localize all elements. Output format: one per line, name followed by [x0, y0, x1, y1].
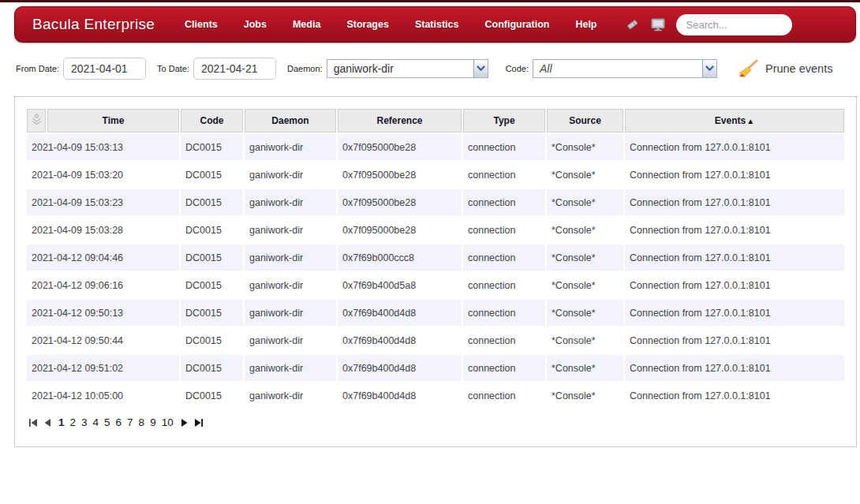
- cell-reference: 0x7f69b400d4d8: [338, 327, 462, 353]
- column-header-events[interactable]: Events▲: [625, 109, 844, 133]
- cell-type: connection: [463, 327, 545, 353]
- cell-type: connection: [463, 383, 545, 409]
- chevron-down-icon[interactable]: [473, 60, 488, 77]
- table-row[interactable]: 2021-04-12 09:50:44DC0015ganiwork-dir0x7…: [27, 327, 844, 353]
- daemon-label: Daemon:: [287, 64, 323, 73]
- cell-events: Connection from 127.0.0.1:8101: [625, 162, 844, 188]
- cell-source: *Console*: [547, 383, 623, 409]
- cell-source: *Console*: [547, 245, 623, 271]
- cell-time: 2021-04-12 09:50:13: [27, 300, 179, 326]
- cell-code: DC0015: [181, 383, 243, 409]
- nav-item-configuration[interactable]: Configuration: [484, 19, 549, 30]
- page-link[interactable]: 10: [162, 416, 174, 428]
- prune-events-button[interactable]: Prune events: [738, 58, 832, 79]
- filter-toolbar: From Date: To Date: Daemon: ganiwork-dir…: [16, 58, 860, 80]
- cell-daemon: ganiwork-dir: [245, 300, 336, 326]
- cell-events: Connection from 127.0.0.1:8101: [625, 245, 844, 271]
- cell-reference: 0x7f095000be28: [338, 217, 462, 243]
- first-page-icon[interactable]: [28, 418, 38, 427]
- column-header-daemon[interactable]: Daemon: [245, 109, 336, 133]
- column-header-type[interactable]: Type: [463, 109, 545, 133]
- table-row[interactable]: 2021-04-09 15:03:20DC0015ganiwork-dir0x7…: [27, 162, 844, 188]
- cell-code: DC0015: [181, 134, 243, 160]
- nav-item-help[interactable]: Help: [575, 19, 596, 30]
- table-row[interactable]: 2021-04-12 09:06:16DC0015ganiwork-dir0x7…: [27, 272, 844, 298]
- cell-reference: 0x7f095000be28: [338, 162, 462, 188]
- cell-time: 2021-04-12 09:51:02: [27, 355, 179, 381]
- cell-events: Connection from 127.0.0.1:8101: [625, 355, 844, 381]
- page-link[interactable]: 3: [81, 416, 88, 428]
- cell-daemon: ganiwork-dir: [245, 327, 336, 353]
- page-link[interactable]: 8: [139, 416, 145, 428]
- nav-item-clients[interactable]: Clients: [185, 19, 218, 30]
- cell-events: Connection from 127.0.0.1:8101: [625, 272, 844, 298]
- cell-reference: 0x7f69b400d4d8: [338, 355, 462, 381]
- cell-source: *Console*: [547, 327, 623, 353]
- cell-reference: 0x7f095000be28: [338, 134, 462, 160]
- label-icon[interactable]: [626, 18, 639, 31]
- events-table-body: 2021-04-09 15:03:13DC0015ganiwork-dir0x7…: [27, 134, 844, 409]
- cell-daemon: ganiwork-dir: [245, 134, 336, 160]
- cell-daemon: ganiwork-dir: [245, 383, 336, 409]
- previous-page-icon[interactable]: [43, 418, 51, 427]
- cell-time: 2021-04-09 15:03:28: [27, 217, 179, 243]
- cell-code: DC0015: [181, 162, 243, 188]
- to-date-input[interactable]: [193, 58, 276, 80]
- cell-events: Connection from 127.0.0.1:8101: [625, 300, 844, 326]
- table-header-row: Time Code Daemon Reference Type Source E…: [27, 109, 844, 133]
- page-link[interactable]: 4: [93, 416, 99, 428]
- daemon-select[interactable]: ganiwork-dir: [327, 59, 488, 78]
- cell-type: connection: [463, 355, 545, 381]
- column-header-selector[interactable]: [27, 109, 46, 133]
- app-header: Bacula Enterprise Clients Jobs Media Sto…: [14, 6, 856, 43]
- cell-type: connection: [463, 217, 545, 243]
- cell-events: Connection from 127.0.0.1:8101: [625, 217, 844, 243]
- cell-code: DC0015: [181, 327, 243, 353]
- table-row[interactable]: 2021-04-12 09:51:02DC0015ganiwork-dir0x7…: [27, 355, 844, 381]
- cell-reference: 0x7f69b400d4d8: [338, 300, 462, 326]
- page-link[interactable]: 9: [150, 416, 156, 428]
- nav-item-media[interactable]: Media: [293, 19, 320, 30]
- search-input[interactable]: [676, 14, 792, 35]
- top-strip: [0, 0, 860, 2]
- nav-item-jobs[interactable]: Jobs: [244, 19, 267, 30]
- table-row[interactable]: 2021-04-12 09:04:46DC0015ganiwork-dir0x7…: [27, 245, 844, 271]
- to-date-label: To Date:: [157, 64, 189, 73]
- table-row[interactable]: 2021-04-09 15:03:23DC0015ganiwork-dir0x7…: [27, 189, 844, 215]
- cell-daemon: ganiwork-dir: [245, 355, 336, 381]
- last-page-icon[interactable]: [194, 418, 204, 427]
- cell-code: DC0015: [181, 189, 243, 215]
- table-row[interactable]: 2021-04-09 15:03:28DC0015ganiwork-dir0x7…: [27, 217, 844, 243]
- monitor-icon[interactable]: [650, 17, 666, 32]
- cell-code: DC0015: [181, 355, 243, 381]
- cell-time: 2021-04-12 09:06:16: [27, 272, 179, 298]
- cell-time: 2021-04-09 15:03:13: [27, 134, 179, 160]
- column-header-time[interactable]: Time: [47, 109, 179, 133]
- cell-reference: 0x7f69b000ccc8: [338, 245, 462, 271]
- page-link-current[interactable]: 1: [58, 416, 65, 428]
- nav-item-storages[interactable]: Storages: [346, 19, 389, 30]
- app-title: Bacula Enterprise: [32, 16, 155, 33]
- table-row[interactable]: 2021-04-12 09:50:13DC0015ganiwork-dir0x7…: [27, 300, 844, 326]
- column-header-source[interactable]: Source: [547, 109, 623, 133]
- page-link[interactable]: 6: [116, 416, 122, 428]
- cell-reference: 0x7f095000be28: [338, 189, 462, 215]
- page-link[interactable]: 5: [104, 416, 110, 428]
- nav-item-statistics[interactable]: Statistics: [415, 19, 459, 30]
- events-table: Time Code Daemon Reference Type Source E…: [25, 107, 846, 410]
- code-select-value: All: [533, 60, 702, 77]
- from-date-input[interactable]: [63, 58, 146, 80]
- cell-time: 2021-04-12 10:05:00: [27, 383, 179, 409]
- cell-source: *Console*: [547, 189, 623, 215]
- cell-type: connection: [463, 189, 545, 215]
- column-header-reference[interactable]: Reference: [338, 109, 462, 133]
- next-page-icon[interactable]: [181, 418, 189, 427]
- cell-daemon: ganiwork-dir: [245, 245, 336, 271]
- column-header-code[interactable]: Code: [181, 109, 243, 133]
- table-row[interactable]: 2021-04-12 10:05:00DC0015ganiwork-dir0x7…: [27, 383, 844, 409]
- table-row[interactable]: 2021-04-09 15:03:13DC0015ganiwork-dir0x7…: [27, 134, 844, 160]
- code-select[interactable]: All: [533, 59, 717, 78]
- page-link[interactable]: 7: [127, 416, 133, 428]
- chevron-down-icon[interactable]: [702, 60, 716, 77]
- page-link[interactable]: 2: [70, 416, 77, 428]
